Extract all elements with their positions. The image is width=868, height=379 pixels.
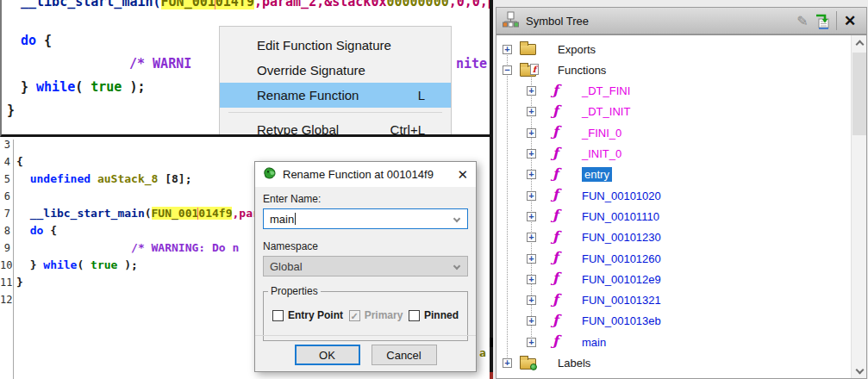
- panel-title: Symbol Tree: [526, 15, 792, 28]
- code-token: (: [77, 258, 91, 271]
- tree-item-label[interactable]: FUN_00101321: [582, 294, 661, 307]
- symbol-tree-item-functions[interactable]: −fFunctions: [496, 59, 866, 80]
- context-menu: Edit Function SignatureOverride Signatur…: [219, 26, 452, 137]
- expand-icon[interactable]: +: [527, 275, 536, 284]
- enter-name-label: Enter Name:: [263, 193, 468, 205]
- close-panel-button[interactable]: ✕: [840, 10, 860, 31]
- expand-icon[interactable]: +: [527, 107, 536, 116]
- menu-item-rename-function[interactable]: Rename FunctionL: [220, 83, 451, 108]
- symbol-tree-item-main[interactable]: +ƒmain: [496, 332, 866, 352]
- combo-chevron-icon[interactable]: [453, 215, 460, 222]
- symbol-tree-item-exports[interactable]: +Exports: [496, 39, 866, 59]
- panel-divider[interactable]: [490, 0, 493, 379]
- symbol-tree-item-fun_001012e9[interactable]: +ƒFUN_001012e9: [496, 269, 866, 289]
- function-icon: ƒ: [553, 252, 559, 264]
- line-number: 6: [0, 188, 10, 205]
- line-number: 7: [0, 205, 10, 222]
- code-text: }: [16, 274, 23, 291]
- line-number: 3: [0, 140, 10, 153]
- checkbox-label: Entry Point: [288, 309, 343, 321]
- tree-item-label[interactable]: _DT_FINI: [582, 84, 630, 97]
- code-token: FUN_001: [161, 0, 215, 9]
- tree-item-label[interactable]: Exports: [558, 43, 596, 56]
- function-name-input[interactable]: main: [263, 208, 468, 229]
- symbol-tree-item-fun_00101260[interactable]: +ƒFUN_00101260: [496, 248, 866, 269]
- checkbox-pinned[interactable]: Pinned: [409, 309, 459, 321]
- menu-item-edit-function-signature[interactable]: Edit Function Signature: [220, 33, 451, 58]
- tree-item-label[interactable]: Functions: [558, 64, 606, 77]
- symbol-tree-item-_fini_0[interactable]: +ƒ_FINI_0: [496, 122, 866, 143]
- symbol-tree-item-_init_0[interactable]: +ƒ_INIT_0: [496, 144, 866, 165]
- tree-item-label[interactable]: FUN_00101260: [582, 252, 661, 265]
- code-token: (: [145, 207, 152, 220]
- dialog-close-icon[interactable]: ✕: [457, 167, 468, 183]
- symbol-tree-item-fun_00101110[interactable]: +ƒFUN_00101110: [496, 206, 866, 227]
- checkbox-entry-point[interactable]: Entry Point: [272, 309, 343, 321]
- code-token: }: [16, 258, 43, 271]
- symbol-tree-item-fun_00101321[interactable]: +ƒFUN_00101321: [496, 290, 866, 311]
- tree-item-label[interactable]: FUN_00101020: [582, 190, 661, 202]
- symbol-tree-item-fun_00101230[interactable]: +ƒFUN_00101230: [496, 227, 866, 248]
- vertical-scrollbar[interactable]: [851, 35, 866, 378]
- expand-icon[interactable]: +: [527, 191, 536, 201]
- menu-item-retype-global[interactable]: Retype GlobalCtrl+L: [220, 117, 451, 137]
- code-text: } while( true );: [16, 257, 138, 274]
- code-token: [91, 172, 97, 185]
- code-token: true: [91, 258, 117, 271]
- tree-item-label[interactable]: _INIT_0: [582, 147, 621, 160]
- symbol-tree-item-_dt_init[interactable]: +ƒ_DT_INIT: [496, 102, 866, 122]
- tree-item-label[interactable]: _FINI_0: [582, 127, 621, 140]
- symbol-tree-item-_dt_fini[interactable]: +ƒ_DT_FINI: [496, 81, 866, 102]
- expand-icon[interactable]: +: [527, 316, 536, 326]
- expand-icon[interactable]: +: [527, 170, 536, 179]
- expand-icon[interactable]: +: [527, 295, 536, 305]
- expand-icon[interactable]: +: [503, 358, 512, 368]
- symbol-tree-item-labels[interactable]: +Labels: [496, 353, 866, 374]
- namespace-select[interactable]: Global: [263, 256, 468, 276]
- tree-item-label[interactable]: FUN_00101230: [582, 231, 661, 244]
- menu-item-shortcut: Ctrl+L: [390, 122, 425, 137]
- chevron-down-icon: [855, 365, 864, 374]
- code-token: {: [36, 33, 52, 48]
- function-icon: ƒ: [553, 335, 559, 347]
- code-line: nite: [456, 56, 487, 71]
- scroll-down-button[interactable]: [852, 363, 867, 378]
- expand-icon[interactable]: +: [503, 45, 512, 54]
- checkbox-box[interactable]: [272, 310, 284, 321]
- scroll-up-button[interactable]: [852, 35, 867, 50]
- tree-item-label[interactable]: Labels: [558, 357, 590, 370]
- tree-item-label[interactable]: FUN_00101110: [582, 210, 659, 223]
- symbol-tree-item-fun_001013eb[interactable]: +ƒFUN_001013eb: [496, 311, 866, 332]
- scrollbar-thumb[interactable]: [852, 53, 866, 135]
- expand-icon[interactable]: +: [527, 212, 536, 221]
- expand-icon[interactable]: +: [527, 149, 536, 158]
- expand-icon[interactable]: +: [527, 338, 536, 347]
- symbol-tree-item-entry[interactable]: +ƒentry: [496, 165, 866, 185]
- labels-badge-icon: [530, 363, 537, 370]
- checkbox-label: Pinned: [424, 309, 459, 321]
- code-token: while: [43, 258, 77, 271]
- edit-label-button[interactable]: ✎: [792, 10, 813, 31]
- code-token: [8];: [158, 172, 191, 185]
- line-number: 11: [0, 274, 10, 291]
- function-icon: ƒ: [553, 231, 559, 243]
- expand-icon[interactable]: +: [527, 254, 536, 264]
- dialog-body: Enter Name: main Namespace Global Proper…: [255, 187, 476, 373]
- cancel-button[interactable]: Cancel: [372, 345, 437, 365]
- tree-item-label[interactable]: _DT_INIT: [582, 105, 630, 118]
- symbol-tree-item-fun_00101020[interactable]: +ƒFUN_00101020: [496, 185, 866, 206]
- tree-item-label[interactable]: FUN_001012e9: [582, 273, 661, 286]
- go-to-symbol-button[interactable]: [813, 10, 834, 31]
- tree-item-label[interactable]: entry: [582, 167, 612, 182]
- expand-icon[interactable]: +: [527, 233, 536, 242]
- checkbox-box[interactable]: [409, 310, 420, 321]
- expand-icon[interactable]: +: [527, 128, 536, 138]
- tree-item-label[interactable]: FUN_001013eb: [582, 314, 661, 327]
- ok-button[interactable]: OK: [295, 345, 360, 365]
- expand-icon[interactable]: +: [527, 86, 536, 96]
- menu-item-override-signature[interactable]: Override Signature: [220, 58, 451, 83]
- tree-item-label[interactable]: main: [582, 336, 606, 349]
- collapse-icon[interactable]: −: [503, 65, 512, 75]
- dialog-titlebar[interactable]: Rename Function at 001014f9 ✕: [255, 162, 476, 187]
- code-token: /* WARNI: [129, 56, 191, 71]
